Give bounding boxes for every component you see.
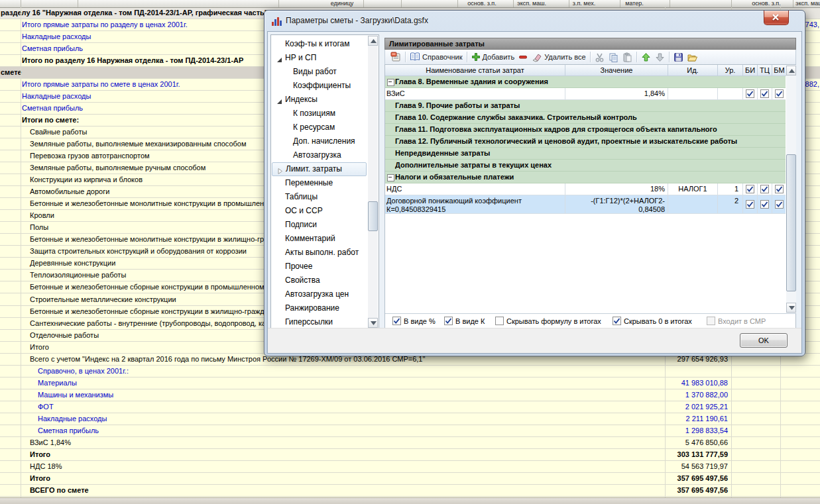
tree-item-подписи[interactable]: Подписи xyxy=(272,218,367,232)
bi-checkbox[interactable] xyxy=(746,185,754,193)
toolbar-button-add[interactable]: Добавить xyxy=(469,52,517,62)
column-header-1[interactable]: Наименование статьи затрат xyxy=(385,65,565,76)
ok-button[interactable]: OK xyxy=(740,333,788,348)
checked-checkbox-icon[interactable] xyxy=(392,317,401,325)
scroll-up-icon[interactable] xyxy=(786,66,796,76)
group-row[interactable]: Глава 9. Прочие работы и затраты xyxy=(385,100,786,112)
toolbar-button-paste[interactable] xyxy=(620,52,634,63)
tree-item-к-позициям[interactable]: К позициям xyxy=(272,107,367,121)
checked-checkbox-icon[interactable] xyxy=(444,317,453,325)
toolbar-button-open-folder[interactable] xyxy=(685,52,700,63)
cost-item-row[interactable]: Договорной понижающий коэффициент К=0,84… xyxy=(385,195,786,214)
tc-checkbox[interactable] xyxy=(760,200,769,209)
tree-item-акты-выполн-работ[interactable]: Акты выполн. работ xyxy=(272,246,367,260)
tree-item-автозагрузка[interactable]: Автозагрузка xyxy=(272,148,367,162)
tree-scrollbar[interactable] xyxy=(368,36,378,328)
bm-checkbox[interactable] xyxy=(775,89,784,98)
tree-item-коэффициенты[interactable]: Коэффициенты xyxy=(272,79,367,93)
tree-item-доп-начисления[interactable]: Доп. начисления xyxy=(272,134,367,148)
tree-item-ос-и-сср[interactable]: ОС и ССР xyxy=(272,204,367,218)
tree-item-ранжирование[interactable]: Ранжирование xyxy=(272,301,367,315)
group-row[interactable]: Дополнительные затраты в текущих ценах xyxy=(385,160,786,172)
table-scroll-thumb[interactable] xyxy=(786,154,796,291)
tree-item-коэф-ты-к-итогам[interactable]: Коэф-ты к итогам xyxy=(272,37,367,51)
column-header-3[interactable]: Ид. xyxy=(668,65,718,76)
column-header-5[interactable]: БИ xyxy=(743,65,758,76)
unchecked-checkbox-icon[interactable] xyxy=(707,317,715,325)
toolbar-button-book[interactable]: Справочник xyxy=(408,51,465,63)
toolbar-button-cut[interactable] xyxy=(593,52,607,63)
tree-item-прочее[interactable]: Прочее xyxy=(272,260,367,274)
close-button[interactable] xyxy=(764,11,789,25)
column-header-2[interactable]: Значение xyxy=(565,65,668,76)
tree-expanded-icon[interactable] xyxy=(276,54,283,62)
toolbar-button-remove[interactable] xyxy=(516,52,530,62)
column-header-4[interactable]: Ур. xyxy=(718,65,743,76)
toolbar-button-move-up[interactable] xyxy=(639,52,653,63)
bm-checkbox[interactable] xyxy=(775,200,784,209)
table-row[interactable]: Итого357 695 497,56 xyxy=(0,473,820,485)
cost-item-row[interactable]: ВЗиС1,84% xyxy=(385,88,786,100)
tree-item-виды-работ[interactable]: Виды работ xyxy=(272,65,367,79)
tree-expanded-icon[interactable] xyxy=(276,96,283,103)
table-row[interactable]: Материалы41 983 010,88 xyxy=(0,378,820,389)
row-value: 41 983 010,88 xyxy=(681,378,728,389)
table-scrollbar[interactable] xyxy=(786,65,796,313)
tc-checkbox[interactable] xyxy=(760,185,769,193)
table-row[interactable]: Накладные расходы2 211 190,61 xyxy=(0,413,820,425)
table-row[interactable]: Справочно, в ценах 2001г.: xyxy=(0,366,820,378)
option-checkbox-5[interactable]: Входит в СМР xyxy=(707,317,766,325)
option-checkbox-4[interactable]: Скрывать 0 в итогах xyxy=(613,317,692,325)
tree-item-label: Прочее xyxy=(285,260,312,274)
tree-item-гиперссылки[interactable]: Гиперссылки xyxy=(272,315,367,329)
tree-collapsed-icon[interactable] xyxy=(276,166,284,174)
tree-item-индексы[interactable]: Индексы xyxy=(272,93,367,107)
bm-checkbox[interactable] xyxy=(775,185,784,193)
table-row[interactable]: ВЗиС 1,84%5 476 850,66 xyxy=(0,437,820,449)
tree-item-переменные[interactable]: Переменные xyxy=(272,176,367,190)
scroll-up-icon[interactable] xyxy=(368,36,378,46)
checked-checkbox-icon[interactable] xyxy=(613,317,621,325)
table-row[interactable]: Сметная прибыль1 298 833,54 xyxy=(0,425,820,437)
tree-item-нр-и-сп[interactable]: НР и СП xyxy=(272,51,367,65)
tree-item-автозагрузка-цен[interactable]: Автозагрузка цен xyxy=(272,287,367,301)
tree-item-таблицы[interactable]: Таблицы xyxy=(272,190,367,204)
collapse-icon[interactable] xyxy=(387,79,394,86)
toolbar-button-eraser[interactable]: Удалить все xyxy=(530,51,587,63)
bi-checkbox[interactable] xyxy=(746,200,754,209)
tc-checkbox[interactable] xyxy=(760,89,769,98)
scroll-down-icon[interactable] xyxy=(786,303,796,313)
option-checkbox-2[interactable]: В виде К xyxy=(444,317,485,325)
group-row[interactable]: Глава 12. Публичный технологический и це… xyxy=(385,136,786,148)
group-row[interactable]: Непредвиденные затраты xyxy=(385,148,786,160)
toolbar-button-save[interactable] xyxy=(672,52,685,63)
row-label: Автомобильные дороги xyxy=(30,186,109,197)
column-header-7[interactable]: БМ xyxy=(772,65,787,76)
scroll-down-icon[interactable] xyxy=(368,318,378,328)
table-row[interactable]: ВСЕГО по смете357 695 497,56 xyxy=(0,485,820,497)
group-row[interactable]: Глава 10. Содержание службы заказчика. С… xyxy=(385,112,786,124)
option-checkbox-1[interactable]: В виде % xyxy=(392,317,436,325)
group-row[interactable]: Налоги и обязательные платежи xyxy=(385,172,786,183)
toolbar-button-move-down[interactable] xyxy=(653,52,667,63)
tree-scroll-thumb[interactable] xyxy=(368,201,378,231)
tree-item-комментарий[interactable]: Комментарий xyxy=(272,232,367,246)
bi-checkbox[interactable] xyxy=(746,89,754,98)
column-header-6[interactable]: ТЦ xyxy=(758,65,772,76)
group-row[interactable]: Глава 8. Временные здания и сооружения xyxy=(385,76,786,88)
option-checkbox-3[interactable]: Скрывать формулу в итогах xyxy=(495,317,601,325)
tree-item-к-ресурсам[interactable]: К ресурсам xyxy=(272,121,367,134)
table-row[interactable]: НДС 18%54 563 719,97 xyxy=(0,461,820,473)
table-row[interactable]: Итого303 131 777,59 xyxy=(0,449,820,461)
tree-item-свойства[interactable]: Свойства xyxy=(272,274,367,287)
toolbar-button-copy[interactable] xyxy=(607,52,620,63)
tree-item-лимит-затраты[interactable]: Лимит. затраты xyxy=(272,162,367,176)
cost-item-row[interactable]: НДС18%НАЛОГ11 xyxy=(385,183,786,195)
unchecked-checkbox-icon[interactable] xyxy=(495,317,504,325)
toolbar-button-loads-template[interactable] xyxy=(388,51,403,63)
collapse-icon[interactable] xyxy=(387,174,394,181)
table-row[interactable]: ФОТ2 021 925,21 xyxy=(0,401,820,413)
dialog-titlebar[interactable]: Параметры сметы - Загрузки\Data.gsfx xyxy=(264,11,805,31)
table-row[interactable]: Машины и механизмы1 370 882,00 xyxy=(0,389,820,401)
group-row[interactable]: Глава 11. Подготовка эксплуатационных ка… xyxy=(385,124,786,136)
